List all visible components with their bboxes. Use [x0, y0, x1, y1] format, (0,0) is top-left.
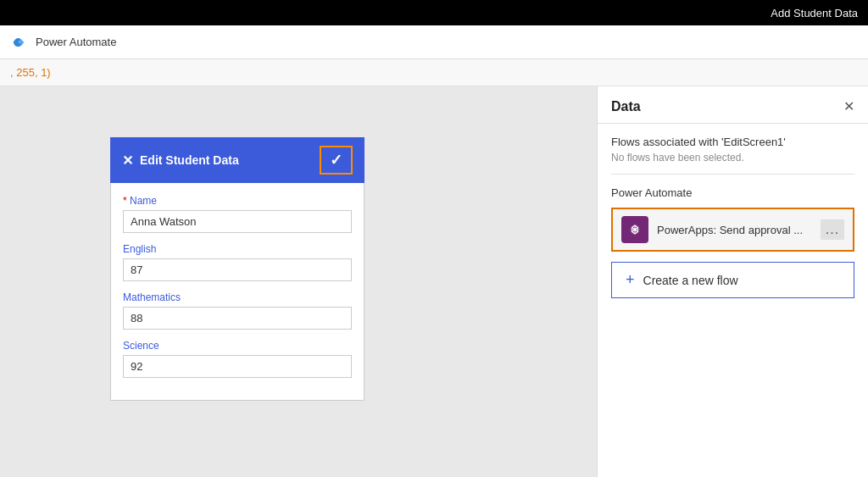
- science-field: Science: [123, 340, 352, 378]
- top-bar: Add Student Data: [0, 0, 868, 25]
- formula-text: , 255, 1): [10, 66, 51, 79]
- mathematics-input[interactable]: [123, 307, 352, 330]
- flow-name: PowerApps: Send approval ...: [657, 224, 812, 236]
- form-header-left: ✕ Edit Student Data: [122, 153, 239, 169]
- name-label: Name: [123, 195, 352, 207]
- power-automate-logo: Power Automate: [10, 33, 116, 52]
- mathematics-field: Mathematics: [123, 291, 352, 330]
- canvas-area: ✕ Edit Student Data ✓ Name English: [0, 86, 597, 477]
- mathematics-label: Mathematics: [123, 291, 352, 303]
- powerapps-icon: [626, 221, 643, 238]
- form-check-button[interactable]: ✓: [320, 146, 353, 175]
- power-automate-section-title: Power Automate: [611, 186, 854, 199]
- panel-header: Data ✕: [598, 86, 868, 124]
- panel-title: Data: [611, 99, 641, 114]
- formula-bar: , 255, 1): [0, 59, 868, 86]
- edit-form-container: ✕ Edit Student Data ✓ Name English: [110, 137, 364, 401]
- name-input[interactable]: [123, 210, 352, 233]
- panel-body: Flows associated with 'EditScreen1' No f…: [598, 124, 868, 477]
- top-bar-title: Add Student Data: [771, 7, 858, 19]
- main-area: ✕ Edit Student Data ✓ Name English: [0, 86, 868, 477]
- edit-form-header: ✕ Edit Student Data ✓: [110, 137, 364, 183]
- power-automate-icon: [10, 33, 29, 52]
- header-bar: Power Automate: [0, 25, 868, 59]
- english-label: English: [123, 243, 352, 255]
- divider: [611, 174, 854, 175]
- english-input[interactable]: [123, 258, 352, 281]
- app-name-label: Power Automate: [36, 36, 116, 48]
- science-label: Science: [123, 340, 352, 352]
- english-field: English: [123, 243, 352, 281]
- name-field: Name: [123, 195, 352, 233]
- edit-form-body: Name English Mathematics Science: [110, 183, 364, 401]
- form-title: Edit Student Data: [140, 153, 239, 167]
- flow-more-button[interactable]: ...: [821, 219, 844, 240]
- create-flow-label: Create a new flow: [643, 274, 738, 287]
- flow-icon-bg: [621, 216, 648, 243]
- form-close-icon[interactable]: ✕: [122, 153, 133, 169]
- create-flow-plus-icon: +: [626, 271, 635, 289]
- flows-section-subtitle: No flows have been selected.: [611, 152, 854, 164]
- create-new-flow-button[interactable]: + Create a new flow: [611, 262, 854, 298]
- flows-section-title: Flows associated with 'EditScreen1': [611, 136, 854, 148]
- flow-item[interactable]: PowerApps: Send approval ... ...: [611, 208, 854, 252]
- science-input[interactable]: [123, 355, 352, 378]
- right-panel: Data ✕ Flows associated with 'EditScreen…: [597, 86, 868, 477]
- panel-close-icon[interactable]: ✕: [843, 98, 854, 114]
